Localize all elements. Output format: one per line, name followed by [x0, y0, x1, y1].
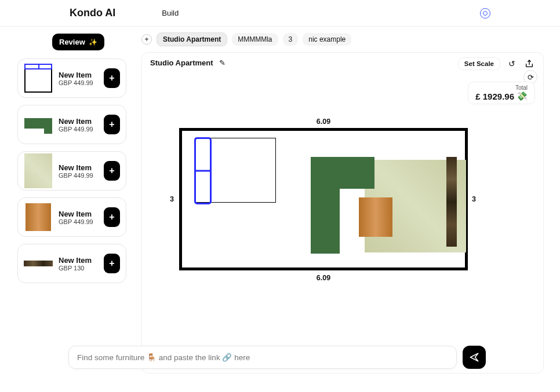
add-item-button[interactable]: + — [104, 254, 120, 273]
add-item-button[interactable]: + — [104, 161, 120, 181]
share-icon[interactable] — [523, 58, 535, 69]
add-item-button[interactable]: + — [104, 115, 120, 134]
furniture-link-input[interactable] — [68, 346, 457, 369]
item-name: New Item — [59, 163, 98, 172]
sidebar: Review ✨ New Item GBP 449.99 + New Item … — [0, 27, 133, 392]
item-thumb-bed — [24, 64, 53, 93]
furniture-sofa[interactable] — [311, 157, 374, 189]
item-name: New Item — [59, 210, 98, 218]
workspace: + Studio Apartment MMMMMla 3 nic example… — [133, 27, 560, 392]
review-button[interactable]: Review ✨ — [52, 34, 104, 50]
new-tab-button[interactable]: + — [141, 34, 152, 45]
add-item-button[interactable]: + — [104, 207, 120, 227]
room-outline[interactable] — [179, 128, 468, 270]
item-info: New Item GBP 449.99 — [59, 71, 98, 86]
add-item-button[interactable]: + — [104, 68, 120, 88]
tab-nic-example[interactable]: nic example — [303, 33, 351, 46]
item-name: New Item — [59, 117, 98, 126]
input-bar — [68, 346, 486, 369]
item-info: New Item GBP 449.99 — [59, 117, 98, 133]
tabs-row: + Studio Apartment MMMMMla 3 nic example — [141, 32, 544, 46]
furniture-rug-small[interactable] — [359, 197, 392, 237]
item-thumb-rug — [24, 156, 53, 185]
item-name: New Item — [59, 256, 98, 265]
item-card[interactable]: New Item GBP 449.99 + — [17, 105, 126, 144]
account-icon[interactable] — [480, 8, 490, 19]
set-scale-button[interactable]: Set Scale — [458, 57, 500, 70]
dimension-top: 6.09 — [317, 118, 330, 126]
item-card[interactable]: New Item GBP 449.99 + — [17, 151, 126, 190]
send-button[interactable] — [463, 346, 486, 369]
total-box: Total £ 1929.96 💸 — [468, 82, 535, 104]
item-thumb-sofa — [24, 110, 53, 139]
dimension-left: 3 — [170, 195, 174, 203]
edit-title-icon[interactable]: ✎ — [219, 58, 226, 67]
furniture-runner[interactable] — [446, 157, 457, 247]
item-price: GBP 449.99 — [59, 172, 98, 179]
item-info: New Item GBP 130 — [59, 256, 98, 272]
app-header: Kondo AI Build — [0, 0, 560, 27]
dimension-bottom: 6.09 — [317, 274, 330, 282]
canvas-title: Studio Apartment — [150, 58, 213, 67]
canvas-tools: Set Scale ↺ ⟳ — [458, 57, 535, 70]
item-name: New Item — [59, 71, 98, 79]
money-icon: 💸 — [517, 91, 528, 101]
item-card[interactable]: New Item GBP 449.99 + — [17, 58, 126, 98]
item-card[interactable]: New Item GBP 130 + — [17, 244, 126, 283]
review-label: Review — [59, 38, 85, 46]
item-price: GBP 449.99 — [59, 126, 98, 133]
item-price: GBP 449.99 — [59, 79, 98, 86]
item-info: New Item GBP 449.99 — [59, 163, 98, 179]
tab-studio-apartment[interactable]: Studio Apartment — [157, 32, 227, 46]
item-info: New Item GBP 449.99 — [59, 210, 98, 225]
item-price: GBP 449.99 — [59, 218, 98, 225]
room-area[interactable]: 6.09 6.09 3 3 — [179, 128, 468, 270]
item-thumb-wood-rug — [24, 203, 53, 232]
sparkle-icon: ✨ — [89, 38, 97, 46]
brand-logo: Kondo AI — [70, 7, 115, 19]
nav-build[interactable]: Build — [162, 9, 179, 17]
total-value: £ 1929.96 — [475, 91, 514, 101]
tab-mmmmmla[interactable]: MMMMMla — [232, 33, 278, 46]
tab-3[interactable]: 3 — [283, 33, 299, 46]
item-thumb-runner — [24, 249, 53, 278]
canvas[interactable]: Studio Apartment ✎ Set Scale ↺ ⟳ Total £… — [141, 52, 544, 373]
dimension-right: 3 — [472, 195, 476, 203]
item-card[interactable]: New Item GBP 449.99 + — [17, 197, 126, 237]
canvas-header: Studio Apartment ✎ — [150, 58, 226, 67]
undo-icon[interactable]: ↺ — [506, 58, 518, 69]
total-label: Total — [475, 85, 528, 91]
furniture-bed[interactable] — [195, 138, 276, 203]
item-price: GBP 130 — [59, 265, 98, 272]
